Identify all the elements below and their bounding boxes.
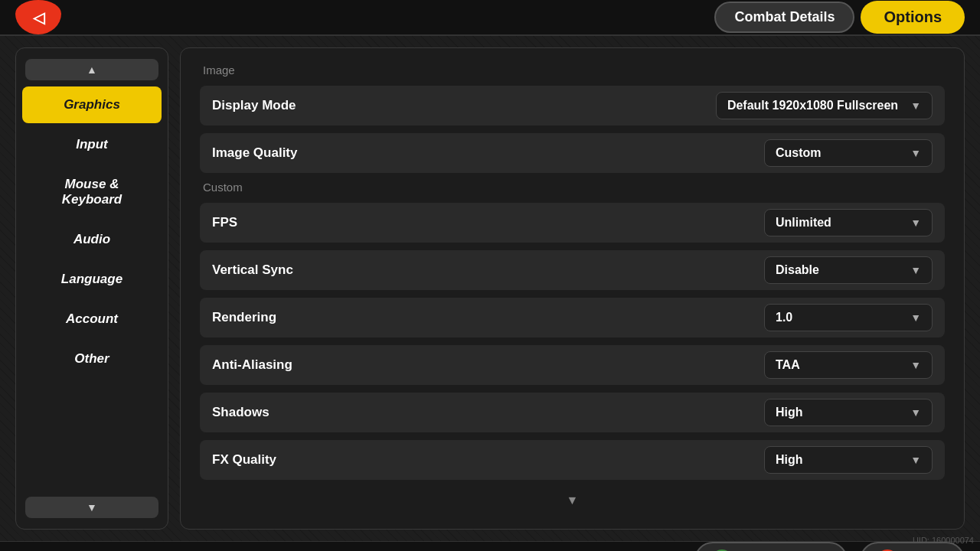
rendering-value: 1.0 xyxy=(776,311,792,324)
rendering-label: Rendering xyxy=(212,310,764,325)
image-quality-value: Custom xyxy=(776,146,822,160)
sidebar-item-audio[interactable]: Audio xyxy=(22,221,162,258)
sidebar-item-input[interactable]: Input xyxy=(22,126,162,163)
display-mode-label: Display Mode xyxy=(212,98,716,113)
image-quality-dropdown[interactable]: Custom ▼ xyxy=(764,139,933,167)
sidebar: ▲ Graphics Input Mouse & Keyboard Audio … xyxy=(15,47,168,530)
main-content: ▲ Graphics Input Mouse & Keyboard Audio … xyxy=(0,36,980,541)
vertical-sync-label: Vertical Sync xyxy=(212,262,764,278)
rendering-arrow-icon: ▼ xyxy=(910,311,921,324)
settings-panel: Image Display Mode Default 1920x1080 Ful… xyxy=(180,47,965,530)
bottombar: ↺ Restore Default ↺ Restart xyxy=(0,541,980,551)
vertical-sync-value: Disable xyxy=(776,263,819,277)
topbar: Combat Details Options xyxy=(0,0,980,36)
anti-aliasing-label: Anti-Aliasing xyxy=(212,357,764,373)
scroll-down-indicator: ▼ xyxy=(200,487,945,514)
sidebar-item-language[interactable]: Language xyxy=(22,261,162,298)
shadows-row[interactable]: Shadows High ▼ xyxy=(200,393,945,432)
vertical-sync-dropdown[interactable]: Disable ▼ xyxy=(764,256,933,284)
display-mode-arrow-icon: ▼ xyxy=(910,99,921,112)
fx-quality-row[interactable]: FX Quality High ▼ xyxy=(200,440,945,480)
sidebar-item-graphics[interactable]: Graphics xyxy=(22,86,162,123)
display-mode-dropdown[interactable]: Default 1920x1080 Fullscreen ▼ xyxy=(716,92,933,119)
topbar-right: Combat Details Options xyxy=(714,1,965,34)
anti-aliasing-row[interactable]: Anti-Aliasing TAA ▼ xyxy=(200,345,945,385)
image-quality-row[interactable]: Image Quality Custom ▼ xyxy=(200,133,945,173)
restore-default-button[interactable]: ↺ Restore Default xyxy=(694,542,848,551)
fx-quality-label: FX Quality xyxy=(212,452,764,468)
anti-aliasing-dropdown[interactable]: TAA ▼ xyxy=(764,351,933,379)
image-section-label: Image xyxy=(203,64,945,77)
fps-row[interactable]: FPS Unlimited ▼ xyxy=(200,203,945,243)
fps-dropdown[interactable]: Unlimited ▼ xyxy=(764,209,933,236)
image-quality-label: Image Quality xyxy=(212,145,764,161)
logo-back-button[interactable] xyxy=(15,0,61,34)
shadows-value: High xyxy=(776,406,803,419)
sidebar-scroll-up-button[interactable]: ▲ xyxy=(25,59,158,80)
fx-quality-dropdown[interactable]: High ▼ xyxy=(764,446,933,474)
vertical-sync-arrow-icon: ▼ xyxy=(910,264,921,276)
fx-quality-value: High xyxy=(776,453,803,467)
shadows-arrow-icon: ▼ xyxy=(910,406,921,419)
sidebar-item-other[interactable]: Other xyxy=(22,341,162,377)
sidebar-item-account[interactable]: Account xyxy=(22,301,162,337)
custom-section-label: Custom xyxy=(203,181,945,194)
shadows-dropdown[interactable]: High ▼ xyxy=(764,399,933,426)
fps-arrow-icon: ▼ xyxy=(910,217,921,229)
uid-text: UID: 160000074 xyxy=(913,536,974,545)
fx-quality-arrow-icon: ▼ xyxy=(910,454,921,466)
fps-value: Unlimited xyxy=(776,216,831,230)
rendering-dropdown[interactable]: 1.0 ▼ xyxy=(764,304,933,331)
sidebar-scroll-down-button[interactable]: ▼ xyxy=(25,497,158,518)
fps-label: FPS xyxy=(212,215,764,230)
display-mode-row[interactable]: Display Mode Default 1920x1080 Fullscree… xyxy=(200,86,945,126)
image-quality-arrow-icon: ▼ xyxy=(910,147,921,159)
rendering-row[interactable]: Rendering 1.0 ▼ xyxy=(200,298,945,337)
vertical-sync-row[interactable]: Vertical Sync Disable ▼ xyxy=(200,250,945,290)
combat-details-button[interactable]: Combat Details xyxy=(714,2,854,33)
display-mode-value: Default 1920x1080 Fullscreen xyxy=(727,99,898,112)
anti-aliasing-value: TAA xyxy=(776,358,800,372)
sidebar-item-mouse-keyboard[interactable]: Mouse & Keyboard xyxy=(22,166,162,218)
anti-aliasing-arrow-icon: ▼ xyxy=(910,359,921,371)
shadows-label: Shadows xyxy=(212,405,764,420)
options-button[interactable]: Options xyxy=(861,1,965,34)
